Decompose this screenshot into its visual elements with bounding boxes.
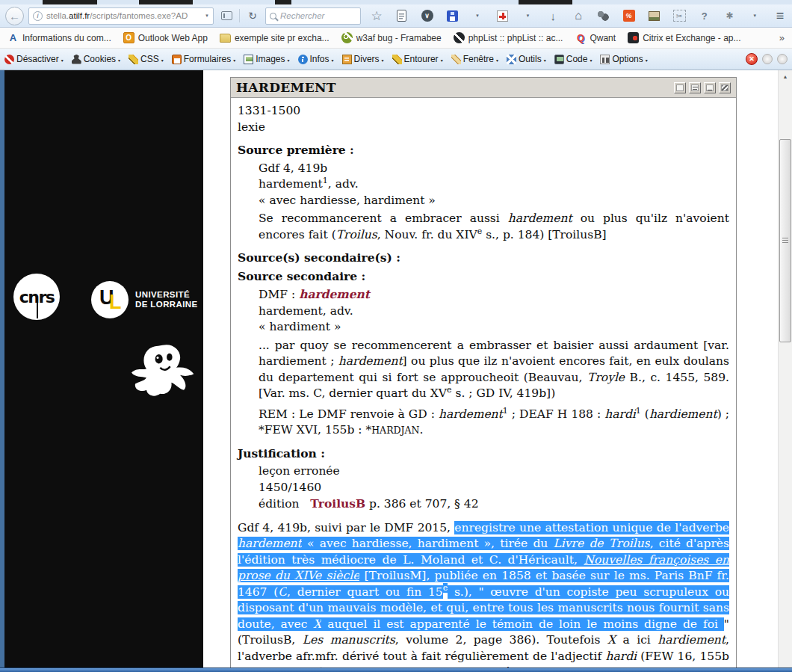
text-segment: hardement xyxy=(439,407,503,421)
entry-title: HARDEMENT xyxy=(236,80,336,95)
devbar-circle-button[interactable] xyxy=(762,54,773,64)
text-segment: hardi xyxy=(604,407,636,421)
devbar-item-resize[interactable]: Fenêtre▾ xyxy=(451,54,498,64)
universite-lorraine-logo[interactable]: U L UNIVERSITÉ DE LORRAINE xyxy=(91,281,198,318)
devbar-item-info[interactable]: Infos▾ xyxy=(298,54,334,64)
citrix-icon xyxy=(628,32,639,43)
devbar-item-outline[interactable]: Entourer▾ xyxy=(392,54,443,64)
tab-edge[interactable] xyxy=(519,0,572,4)
addon-button[interactable] xyxy=(496,7,510,25)
pocket-button[interactable]: ∨ xyxy=(421,7,434,25)
screengrab-button[interactable]: ✂ xyxy=(672,7,686,25)
bookmark-item[interactable]: Citrix et Exchange - ap... xyxy=(628,32,740,43)
bookmark-label: Qwant xyxy=(590,33,616,43)
devbar-item-tools[interactable]: Outils▾ xyxy=(507,54,546,64)
bookmark-a-icon: A xyxy=(7,32,19,43)
toolbar-buttons: ☆ ∨ ▼ ▼ ↓ ⌂ % ✂ ? ✱ ▼ ≡ xyxy=(365,7,787,25)
bookmark-item[interactable]: exemple site pr excha... xyxy=(220,32,330,43)
addon-dropdown-icon[interactable]: ▼ xyxy=(522,7,535,25)
search-placeholder: Rechercher xyxy=(280,11,324,20)
bookmark-item[interactable]: AInformations du com... xyxy=(7,32,111,43)
cnrs-logo[interactable]: cnrs xyxy=(13,274,60,320)
proxy-button[interactable] xyxy=(597,7,610,25)
devbar-item-forms[interactable]: Formulaires▾ xyxy=(172,54,235,64)
downloads-button[interactable]: ↓ xyxy=(546,7,560,25)
edition-line[interactable]: édition TroilusB p. 386 et 707, § 42 xyxy=(259,496,729,513)
bookmarks-overflow-chevron[interactable]: » xyxy=(779,32,785,43)
refresh-button[interactable]: ↻ xyxy=(244,7,261,24)
bookmark-item[interactable]: QQwant xyxy=(575,32,616,43)
site-info-icon[interactable]: i xyxy=(33,11,43,21)
help-button[interactable]: ? xyxy=(698,7,711,25)
view-blank-button[interactable] xyxy=(674,82,686,93)
dmf-link-line[interactable]: DMF : hardement xyxy=(259,286,729,303)
print-button[interactable] xyxy=(719,82,731,93)
view-compact-button[interactable] xyxy=(704,82,716,93)
bug-addon-button[interactable]: ✱ xyxy=(723,7,737,25)
search-field[interactable]: Rechercher xyxy=(265,7,361,25)
tab-edge[interactable] xyxy=(275,0,291,4)
vertical-scrollbar[interactable]: ▲ xyxy=(778,70,792,668)
tab-strip xyxy=(0,0,792,4)
devbar-item-css[interactable]: CSS▾ xyxy=(129,54,164,64)
url-text[interactable]: stella.atilf.fr/scripts/fantomes.exe?AD xyxy=(46,11,201,20)
scrollbar-thumb[interactable] xyxy=(779,139,791,342)
cnrs-logo-text: cnrs xyxy=(19,288,55,306)
source-gloss: « avec hardiesse, hardiment » xyxy=(259,193,729,209)
devbar-item-cookies[interactable]: Cookies▾ xyxy=(72,54,120,64)
devbar-item-disable[interactable]: Désactiver▾ xyxy=(4,54,64,64)
view-list-button[interactable] xyxy=(689,82,701,93)
inline-link[interactable]: hardement xyxy=(299,287,370,301)
reader-mode-button[interactable] xyxy=(218,7,235,24)
back-button[interactable]: ← xyxy=(5,7,24,25)
zap-addon-button[interactable]: % xyxy=(622,7,636,25)
overflow-dropdown-icon[interactable]: ▼ xyxy=(748,7,761,25)
site-sidebar: cnrs U L UNIVERSITÉ DE LORRAINE xyxy=(0,70,203,668)
tab-edge[interactable] xyxy=(139,0,193,4)
text-segment: Se recommancerent a embracer aussi xyxy=(259,212,508,225)
bookmark-item[interactable]: w3af bug - Framabee xyxy=(341,32,442,43)
bookmarks-menu-button[interactable] xyxy=(395,7,409,25)
scroll-up-icon[interactable]: ▲ xyxy=(779,70,792,82)
save-dropdown-icon[interactable]: ▼ xyxy=(471,7,484,25)
tab-edge[interactable] xyxy=(43,0,97,4)
text-segment: , adv. xyxy=(328,177,359,191)
devbar-item-misc[interactable]: Divers▾ xyxy=(342,54,384,64)
text-segment: ; DEAF H 188 : xyxy=(508,407,604,421)
view-source-icon xyxy=(554,55,564,64)
devbar-item-images[interactable]: Images▾ xyxy=(244,54,289,64)
outline-pencil-icon xyxy=(392,55,402,64)
text-segment: édition xyxy=(259,497,310,511)
save-page-button[interactable] xyxy=(445,7,459,25)
devbar-item-code[interactable]: Code▾ xyxy=(554,54,593,64)
bookmark-item[interactable]: phpList :: phpList :: ac... xyxy=(454,32,563,43)
menu-button[interactable]: ≡ xyxy=(773,7,787,25)
text-segment: Troyle xyxy=(587,371,625,384)
url-bar[interactable]: i stella.atilf.fr/scripts/fantomes.exe?A… xyxy=(28,7,214,25)
text-segment: DMF : xyxy=(259,288,299,301)
back-arrow-icon: ← xyxy=(9,10,20,22)
home-button[interactable]: ⌂ xyxy=(572,7,585,25)
bookmarks-bar: AInformations du com... OOutlook Web App… xyxy=(0,28,792,49)
toolbar-divider xyxy=(239,9,240,22)
text-segment: s. ; GD IV, 419b]) xyxy=(452,386,556,400)
options-icon xyxy=(600,55,610,64)
devbar-item-options[interactable]: Options▾ xyxy=(600,54,647,64)
phplist-icon xyxy=(454,32,465,43)
screenshot-addon-button[interactable] xyxy=(647,7,660,25)
bookmark-star-icon[interactable]: ☆ xyxy=(370,7,383,25)
devbar-circle-button[interactable] xyxy=(777,54,788,64)
justification-line: 1450/1460 xyxy=(259,480,729,496)
inline-link[interactable]: TroilusB xyxy=(310,496,365,511)
text-segment: ( xyxy=(641,407,649,421)
bookmark-item[interactable]: OOutlook Web App xyxy=(123,32,208,43)
text-segment: 1 xyxy=(503,405,508,415)
url-dropdown-icon[interactable]: ▼ xyxy=(205,13,209,18)
taskbar-edge xyxy=(0,668,792,672)
clipboard-icon xyxy=(397,10,406,22)
scissors-icon: ✂ xyxy=(673,10,686,22)
entry-type: lexie xyxy=(238,120,729,136)
devbar-close-button[interactable]: ✕ xyxy=(746,53,758,65)
heading-source-secondaire: Source secondaire : xyxy=(238,268,729,285)
text-segment: 1 xyxy=(323,176,328,185)
